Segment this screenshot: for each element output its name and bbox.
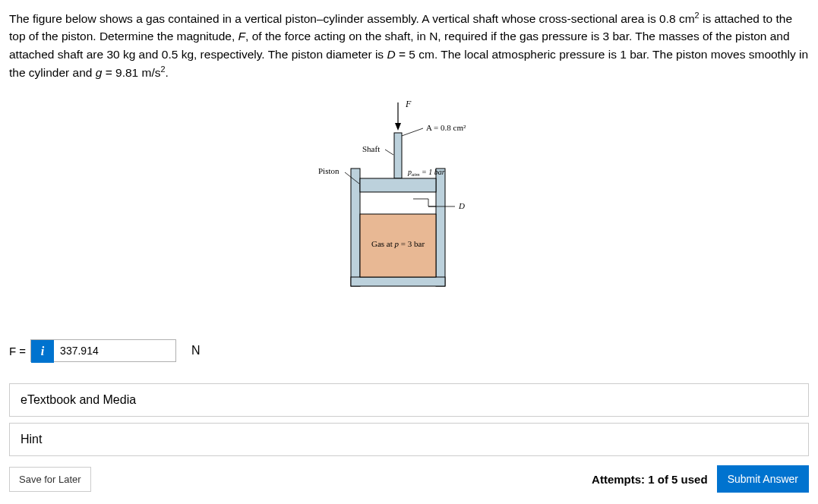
answer-input-wrap: i — [30, 339, 176, 362]
svg-text:F: F — [405, 99, 412, 109]
svg-rect-11 — [360, 178, 436, 192]
hint-row[interactable]: Hint — [9, 423, 809, 456]
svg-rect-8 — [351, 169, 360, 286]
svg-text:A = 0.8 cm²: A = 0.8 cm² — [426, 123, 466, 132]
svg-marker-1 — [395, 123, 401, 131]
answer-row: F = i N — [9, 339, 809, 362]
submit-answer-button[interactable]: Submit Answer — [717, 465, 809, 493]
info-icon[interactable]: i — [31, 340, 54, 363]
svg-rect-10 — [351, 277, 445, 286]
svg-text:D: D — [458, 201, 465, 210]
svg-rect-9 — [436, 169, 445, 286]
save-for-later-button[interactable]: Save for Later — [9, 467, 91, 492]
unit-label: N — [191, 344, 201, 358]
piston-cylinder-diagram: F A = 0.8 cm² Shaft Piston patm = 1 bar — [303, 96, 516, 294]
footer-row: Save for Later Attempts: 1 of 5 used Sub… — [9, 465, 809, 493]
etextbook-row[interactable]: eTextbook and Media — [9, 383, 809, 417]
answer-prefix: F = — [9, 345, 26, 358]
diagram-container: F A = 0.8 cm² Shaft Piston patm = 1 bar — [9, 96, 809, 294]
svg-text:Gas at p = 3 bar: Gas at p = 3 bar — [371, 239, 425, 248]
problem-statement: The figure below shows a gas contained i… — [9, 9, 809, 81]
svg-line-7 — [385, 150, 393, 155]
attempts-text: Attempts: 1 of 5 used — [592, 473, 708, 486]
svg-line-3 — [402, 128, 423, 136]
svg-text:Shaft: Shaft — [362, 144, 380, 153]
svg-rect-5 — [394, 133, 402, 178]
force-value-input[interactable] — [54, 340, 175, 361]
svg-text:Piston: Piston — [318, 166, 340, 175]
